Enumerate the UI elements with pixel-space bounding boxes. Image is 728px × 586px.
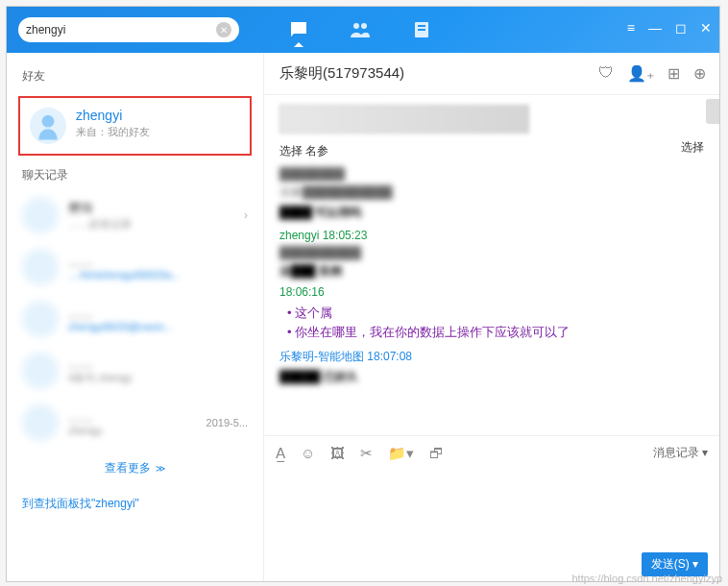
view-more-link[interactable]: 查看更多 ≫: [7, 449, 263, 486]
emoji-icon[interactable]: ☺: [301, 445, 315, 461]
shield-icon[interactable]: 🛡: [598, 64, 614, 83]
friend-info: zhengyi 来自：我的好友: [76, 108, 150, 144]
folder-icon[interactable]: 📁▾: [388, 445, 414, 462]
item-time: 2019-5...: [206, 417, 248, 428]
list-item[interactable]: 樊琦……好友记录 ›: [7, 189, 263, 241]
image-attachment: [279, 105, 529, 134]
search-box[interactable]: ✕: [18, 17, 239, 42]
message-text: 你坐在哪里，我在你的数据上操作下应该就可以了: [287, 324, 704, 341]
watermark: https://blog.csdn.net/zhengyizyp: [571, 573, 722, 584]
nav-tabs: [287, 18, 433, 41]
friend-name: zhengyi: [76, 108, 150, 123]
svg-point-1: [361, 23, 367, 29]
tab-apps-icon[interactable]: [410, 18, 433, 41]
window-controls: ≡ — ◻ ✕: [627, 20, 712, 36]
clear-search-icon[interactable]: ✕: [216, 22, 231, 37]
chat-header: 乐黎明(517973544) 🛡 👤₊ ⊞ ⊕: [264, 53, 719, 95]
svg-point-5: [42, 115, 55, 128]
menu-icon[interactable]: ≡: [627, 20, 635, 36]
friend-source: 来自：我的好友: [76, 125, 150, 139]
chat-title: 乐黎明(517973544): [279, 64, 404, 83]
chat-header-actions: 🛡 👤₊ ⊞ ⊕: [598, 64, 706, 83]
chevron-right-icon: ›: [244, 208, 248, 222]
scroll-tab[interactable]: [706, 99, 719, 124]
add-user-icon[interactable]: 👤₊: [627, 64, 654, 83]
apps-icon[interactable]: ⊞: [667, 64, 680, 83]
avatar: [22, 404, 59, 441]
sidebar: 好友 zhengyi 来自：我的好友 聊天记录 樊琦……好友记录 › ……...…: [7, 53, 264, 581]
add-icon[interactable]: ⊕: [693, 64, 706, 83]
search-input[interactable]: [26, 23, 216, 37]
titlebar: ✕ ≡ — ◻ ✕: [7, 7, 719, 53]
image-icon[interactable]: 🖼: [330, 445, 345, 461]
go-to-find-panel[interactable]: 到查找面板找"zhengyi": [7, 486, 263, 522]
avatar: [22, 197, 59, 233]
avatar: [22, 353, 59, 389]
close-icon[interactable]: ✕: [700, 20, 712, 36]
svg-rect-4: [418, 29, 425, 31]
message-history-link[interactable]: 消息记录 ▾: [653, 445, 708, 461]
message-text: 这个属: [287, 305, 704, 322]
tab-contacts-icon[interactable]: [349, 18, 372, 41]
friend-search-result[interactable]: zhengyi 来自：我的好友: [18, 96, 252, 156]
list-item[interactable]: ……4条与 zhengy: [7, 345, 263, 397]
chat-panel: 乐黎明(517973544) 🛡 👤₊ ⊞ ⊕ 选择 名参选择 ████████…: [264, 53, 719, 581]
maximize-icon[interactable]: ◻: [675, 20, 687, 36]
chat-body: 选择 名参选择 ████████ 乐家███████████ ████ 可以用吗…: [264, 95, 719, 435]
svg-point-0: [353, 23, 359, 29]
avatar: [22, 249, 59, 285]
message-sender: zhengyi 18:05:23: [279, 229, 704, 242]
section-history-title: 聊天记录: [7, 161, 263, 189]
svg-rect-3: [418, 25, 425, 27]
app-window: ✕ ≡ — ◻ ✕ 好友: [6, 6, 720, 582]
font-icon[interactable]: A̲: [276, 445, 285, 462]
avatar: [22, 301, 59, 337]
tab-messages-icon[interactable]: [287, 18, 310, 41]
list-item[interactable]: ……zhengy 2019-5...: [7, 397, 263, 449]
avatar: [30, 108, 66, 144]
message-time: 18:06:16: [279, 285, 704, 299]
more-icon[interactable]: 🗗: [429, 445, 444, 461]
section-friends-title: 好友: [7, 62, 263, 90]
list-item[interactable]: ……....htmlzhengyi00020a...: [7, 241, 263, 293]
list-item[interactable]: ……zhengyi6620@navin...: [7, 293, 263, 345]
screenshot-icon[interactable]: ✂: [360, 445, 373, 462]
main-area: 好友 zhengyi 来自：我的好友 聊天记录 樊琦……好友记录 › ……...…: [7, 53, 719, 581]
message-input[interactable]: [264, 470, 719, 547]
minimize-icon[interactable]: —: [648, 20, 662, 36]
input-toolbar: A̲ ☺ 🖼 ✂ 📁▾ 🗗 消息记录 ▾: [264, 435, 719, 470]
message-sender: 乐黎明-智能地图 18:07:08: [279, 349, 704, 365]
